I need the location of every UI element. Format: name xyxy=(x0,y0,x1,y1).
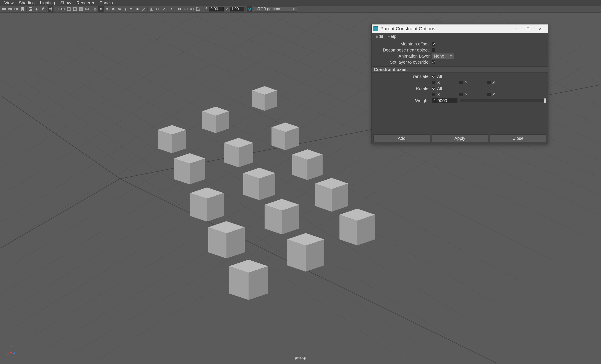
shaded-icon[interactable] xyxy=(98,6,104,12)
weight-label: Weight: xyxy=(373,98,432,103)
constraint-axes-header: Constraint axes: xyxy=(372,67,548,72)
render-view-icon[interactable] xyxy=(183,6,189,12)
color-management-icon[interactable] xyxy=(247,6,252,12)
set-override-label: Set layer to override: xyxy=(373,60,432,65)
use-all-lights-icon[interactable] xyxy=(122,6,128,12)
gamma-field[interactable] xyxy=(230,7,244,11)
translate-label: Translate: xyxy=(373,74,432,79)
grease-pencil-icon[interactable] xyxy=(40,6,45,12)
dialog-titlebar[interactable]: Parent Constraint Options xyxy=(372,24,548,33)
svg-rect-138 xyxy=(527,28,529,30)
image-plane-icon[interactable] xyxy=(28,6,33,12)
isolate-select-icon[interactable] xyxy=(149,6,154,12)
gate-mask-icon[interactable] xyxy=(60,6,66,12)
svg-point-32 xyxy=(130,8,132,10)
animation-layer-dropdown[interactable]: None ▼ xyxy=(432,53,454,59)
set-override-checkbox[interactable] xyxy=(432,60,435,64)
2d-pan-icon[interactable] xyxy=(34,6,40,12)
menu-show[interactable]: Show xyxy=(58,0,74,6)
shadows-icon[interactable] xyxy=(129,6,134,12)
bookmark-icon[interactable] xyxy=(20,6,25,12)
anti-alias-icon[interactable] xyxy=(141,6,146,12)
close-button[interactable] xyxy=(534,24,546,33)
safe-action-icon[interactable] xyxy=(72,6,78,12)
svg-line-80 xyxy=(1,13,246,167)
render-region-icon[interactable] xyxy=(195,6,201,12)
film-gate-icon[interactable] xyxy=(54,6,60,12)
gamma-icon[interactable] xyxy=(224,6,230,12)
svg-rect-27 xyxy=(118,8,119,9)
wireframe-icon[interactable] xyxy=(92,6,98,12)
rotate-all-checkbox[interactable] xyxy=(432,87,435,90)
menu-shading[interactable]: Shading xyxy=(16,0,37,6)
menu-renderer[interactable]: Renderer xyxy=(74,0,97,6)
menu-panels[interactable]: Panels xyxy=(97,0,115,6)
rotate-all-text: All xyxy=(437,86,442,91)
svg-rect-28 xyxy=(119,8,120,9)
maximize-button[interactable] xyxy=(522,24,534,33)
exposure-icon[interactable] xyxy=(203,6,209,12)
xray-icon[interactable] xyxy=(155,6,160,12)
translate-z-checkbox[interactable] xyxy=(487,81,491,84)
svg-rect-42 xyxy=(180,8,181,9)
dialog-title: Parent Constraint Options xyxy=(381,26,435,32)
menu-lighting[interactable]: Lighting xyxy=(37,0,58,6)
use-lights-icon[interactable] xyxy=(104,6,110,12)
svg-text:z: z xyxy=(14,352,15,354)
axis-x-text: X xyxy=(437,92,440,97)
maya-icon xyxy=(373,26,378,31)
safe-title-icon[interactable] xyxy=(78,6,84,12)
translate-y-checkbox[interactable] xyxy=(460,81,463,84)
animation-layer-label: Animation Layer xyxy=(373,54,432,59)
add-button[interactable]: Add xyxy=(373,134,430,142)
maintain-offset-checkbox[interactable] xyxy=(432,42,435,46)
dialog-menu-help[interactable]: Help xyxy=(385,34,398,39)
svg-rect-49 xyxy=(196,8,199,10)
view-transform-dropdown[interactable]: sRGB gamma ▼ xyxy=(254,7,297,12)
parent-constraint-dialog: Parent Constraint Options Edit Help Main… xyxy=(371,24,548,144)
rotate-y-checkbox[interactable] xyxy=(460,93,463,96)
chevron-down-icon: ▼ xyxy=(450,54,452,58)
minimize-button[interactable] xyxy=(510,24,522,33)
svg-point-4 xyxy=(9,9,10,10)
svg-text:y: y xyxy=(11,346,12,348)
svg-rect-14 xyxy=(73,8,76,10)
ipr-icon[interactable] xyxy=(189,6,195,12)
cubes xyxy=(158,86,375,300)
close-dialog-button[interactable]: Close xyxy=(490,134,546,142)
grid-icon[interactable] xyxy=(48,6,53,12)
camera-lock-icon[interactable] xyxy=(8,6,13,12)
camera-settings-icon[interactable] xyxy=(14,6,19,12)
svg-rect-24 xyxy=(107,10,108,10)
xray-joints-icon[interactable] xyxy=(161,6,167,12)
ao-icon[interactable] xyxy=(135,6,140,12)
axis-gizmo[interactable]: y z xyxy=(6,346,16,355)
decompose-label: Decompose near object: xyxy=(373,48,432,53)
svg-point-22 xyxy=(100,8,102,10)
menu-view[interactable]: View xyxy=(2,0,16,6)
svg-rect-44 xyxy=(180,9,181,10)
view-transform-value: sRGB gamma xyxy=(256,7,280,11)
weight-field[interactable] xyxy=(432,98,458,103)
svg-rect-15 xyxy=(74,8,76,10)
expand-icon[interactable] xyxy=(169,6,174,12)
wire-on-shaded-icon[interactable] xyxy=(110,6,116,12)
rotate-x-checkbox[interactable] xyxy=(432,93,435,96)
slider-thumb[interactable] xyxy=(544,98,546,103)
camera-select-icon[interactable] xyxy=(1,6,7,12)
decompose-checkbox[interactable] xyxy=(432,48,435,52)
resolution-gate-icon[interactable] xyxy=(84,6,90,12)
weight-slider[interactable] xyxy=(460,99,546,102)
exposure-field[interactable] xyxy=(209,7,224,11)
dialog-menu: Edit Help xyxy=(372,33,548,39)
snap-view-icon[interactable] xyxy=(177,6,182,12)
field-chart-icon[interactable] xyxy=(66,6,72,12)
svg-point-35 xyxy=(137,9,138,10)
maintain-offset-label: Maintain offset: xyxy=(373,41,432,47)
translate-all-checkbox[interactable] xyxy=(432,75,435,78)
textured-icon[interactable] xyxy=(117,6,122,12)
dialog-menu-edit[interactable]: Edit xyxy=(373,34,385,39)
translate-x-checkbox[interactable] xyxy=(432,81,435,84)
apply-button[interactable]: Apply xyxy=(432,134,488,142)
rotate-z-checkbox[interactable] xyxy=(487,93,491,96)
